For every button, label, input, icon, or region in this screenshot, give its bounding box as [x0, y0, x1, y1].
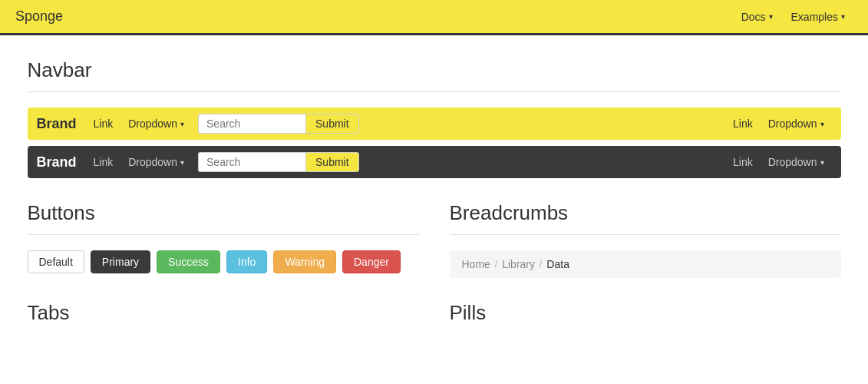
btn-danger[interactable]: Danger [342, 250, 401, 273]
yellow-navbar-right-dropdown-label: Dropdown [768, 118, 817, 130]
dark-navbar-dropdown[interactable]: Dropdown ▾ [120, 153, 192, 171]
app-nav: Docs ▾ Examples ▾ [734, 6, 853, 28]
yellow-navbar-right: Link Dropdown ▾ [725, 114, 832, 133]
examples-nav-item[interactable]: Examples ▾ [784, 6, 853, 28]
breadcrumb-bar: Home / Library / Data [450, 250, 841, 278]
app-brand: Sponge [15, 8, 63, 25]
breadcrumb-library[interactable]: Library [502, 258, 535, 270]
breadcrumbs-section: Breadcrumbs Home / Library / Data [450, 201, 841, 278]
navbar-divider [28, 91, 841, 92]
yellow-navbar-dropdown[interactable]: Dropdown ▾ [120, 114, 192, 133]
yellow-navbar-submit-btn[interactable]: Submit [305, 114, 359, 134]
btn-info[interactable]: Info [226, 250, 267, 273]
dark-navbar-search-input[interactable] [198, 152, 305, 172]
dark-navbar: Brand Link Dropdown ▾ Submit Link Dropdo… [28, 146, 841, 178]
yellow-navbar-search-input[interactable] [198, 114, 305, 134]
yellow-navbar: Brand Link Dropdown ▾ Submit Link Dropdo… [28, 108, 841, 140]
breadcrumb-data: Data [546, 258, 569, 270]
tabs-section: Tabs [28, 301, 419, 334]
bottom-two-col: Tabs Pills [28, 301, 841, 334]
pills-section-title: Pills [450, 301, 841, 325]
docs-caret-icon: ▾ [769, 12, 773, 21]
btn-primary[interactable]: Primary [91, 250, 150, 273]
buttons-section: Buttons Default Primary Success Info War… [28, 201, 419, 278]
yellow-navbar-right-dropdown[interactable]: Dropdown ▾ [761, 114, 832, 133]
yellow-navbar-right-dropdown-caret: ▾ [820, 120, 824, 128]
btn-warning[interactable]: Warning [273, 250, 336, 273]
dark-navbar-search: Submit [198, 152, 359, 172]
dark-navbar-right-dropdown-caret: ▾ [820, 158, 824, 167]
buttons-section-title: Buttons [28, 201, 419, 225]
main-content: Navbar Brand Link Dropdown ▾ Submit Link… [12, 35, 856, 357]
dark-navbar-submit-btn[interactable]: Submit [305, 152, 359, 172]
dark-navbar-right-dropdown[interactable]: Dropdown ▾ [761, 153, 832, 171]
docs-nav-item[interactable]: Docs ▾ [734, 6, 781, 28]
buttons-divider [28, 234, 419, 235]
yellow-navbar-dropdown-label: Dropdown [128, 118, 177, 130]
btn-success[interactable]: Success [157, 250, 220, 273]
docs-label: Docs [741, 11, 766, 23]
dark-navbar-right-link[interactable]: Link [725, 153, 761, 171]
examples-label: Examples [791, 11, 838, 23]
yellow-navbar-right-link[interactable]: Link [725, 114, 761, 133]
yellow-navbar-search: Submit [198, 114, 359, 134]
breadcrumbs-section-title: Breadcrumbs [450, 201, 841, 225]
examples-caret-icon: ▾ [841, 12, 845, 21]
dark-navbar-right: Link Dropdown ▾ [725, 153, 832, 171]
yellow-navbar-link[interactable]: Link [86, 114, 121, 133]
yellow-navbar-dropdown-caret: ▾ [180, 120, 184, 128]
dark-navbar-link[interactable]: Link [86, 153, 121, 171]
breadcrumbs-divider [450, 234, 841, 235]
app-bar: Sponge Docs ▾ Examples ▾ [0, 0, 868, 35]
two-col-section: Buttons Default Primary Success Info War… [28, 201, 841, 278]
dark-navbar-dropdown-caret: ▾ [180, 158, 184, 167]
btn-row: Default Primary Success Info Warning Dan… [28, 250, 419, 273]
breadcrumb-sep-1: / [495, 259, 497, 270]
breadcrumb-home[interactable]: Home [462, 258, 490, 270]
navbar-section-title: Navbar [28, 58, 841, 82]
yellow-navbar-brand: Brand [37, 116, 77, 132]
dark-navbar-dropdown-label: Dropdown [128, 156, 177, 168]
dark-navbar-right-dropdown-label: Dropdown [768, 156, 817, 168]
pills-section: Pills [450, 301, 841, 334]
breadcrumb-sep-2: / [540, 259, 542, 270]
dark-navbar-brand: Brand [37, 154, 77, 170]
tabs-section-title: Tabs [28, 301, 419, 325]
btn-default[interactable]: Default [28, 250, 84, 273]
